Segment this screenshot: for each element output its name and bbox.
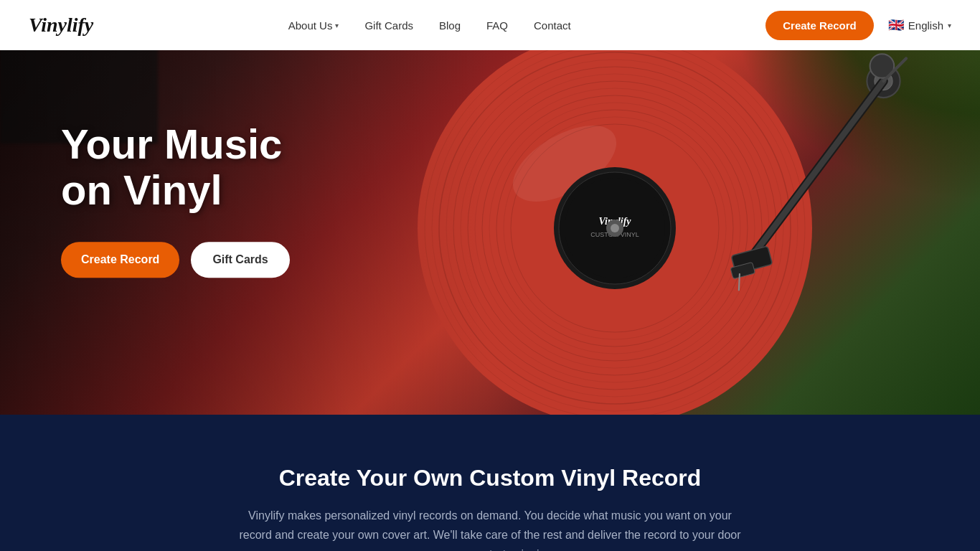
flag-icon: 🇬🇧	[888, 17, 904, 33]
svg-point-22	[611, 224, 619, 232]
hero-create-record-button[interactable]: Create Record	[61, 242, 179, 278]
section-title: Create Your Own Custom Vinyl Record	[29, 465, 951, 491]
hero-title: Your Music on Vinyl	[61, 121, 290, 213]
chevron-down-icon: ▾	[335, 22, 339, 29]
section-text: Vinylify makes personalized vinyl record…	[232, 506, 748, 551]
nav-contact[interactable]: Contact	[534, 19, 571, 32]
nav-gift-cards[interactable]: Gift Cards	[364, 19, 413, 32]
bottom-section: Create Your Own Custom Vinyl Record Viny…	[0, 415, 980, 551]
language-label: English	[908, 19, 943, 32]
header-create-record-button[interactable]: Create Record	[765, 11, 874, 40]
nav: About Us ▾ Gift Cards Blog FAQ Contact	[288, 19, 571, 32]
hero-section: Vinylify CUSTOM VINYL	[0, 0, 980, 415]
hero-gift-cards-button[interactable]: Gift Cards	[191, 242, 289, 278]
svg-line-26	[748, 81, 884, 262]
header: Vinylify About Us ▾ Gift Cards Blog FAQ …	[0, 0, 980, 50]
language-selector[interactable]: 🇬🇧 English ▾	[888, 17, 951, 33]
nav-blog[interactable]: Blog	[439, 19, 461, 32]
chevron-down-icon: ▾	[948, 22, 951, 29]
logo[interactable]: Vinylify	[29, 14, 93, 37]
nav-about-us[interactable]: About Us ▾	[288, 19, 339, 32]
nav-faq[interactable]: FAQ	[486, 19, 508, 32]
hero-buttons: Create Record Gift Cards	[61, 242, 290, 278]
hero-content: Your Music on Vinyl Create Record Gift C…	[61, 121, 290, 278]
